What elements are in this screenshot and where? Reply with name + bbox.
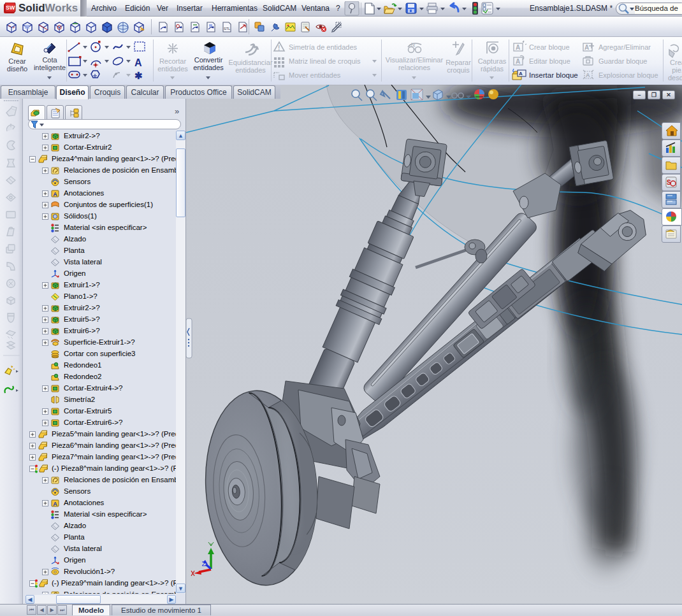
svg-text:A: A (516, 58, 520, 65)
svg-text:Crea: Crea (670, 59, 682, 66)
svg-text:inteligente: inteligente (34, 64, 66, 71)
svg-text:A: A (586, 72, 590, 78)
svg-text:Convertir: Convertir (194, 56, 223, 64)
svg-text:Mover entidades: Mover entidades (289, 71, 341, 79)
svg-text:!: ! (278, 45, 280, 52)
svg-text:Explosionar bloque: Explosionar bloque (599, 71, 658, 79)
svg-text:SW: SW (6, 4, 15, 11)
svg-text:✱: ✱ (134, 70, 143, 81)
svg-text:Crear: Crear (8, 57, 26, 65)
svg-text:A: A (519, 71, 523, 76)
svg-text:Cota: Cota (42, 56, 57, 64)
svg-text:entidades: entidades (235, 66, 266, 74)
svg-text:STL: STL (224, 27, 230, 31)
svg-text:entidades: entidades (193, 64, 224, 71)
svg-text:Recortar: Recortar (159, 57, 187, 65)
svg-text:Matriz lineal de croquis: Matriz lineal de croquis (289, 57, 361, 65)
svg-text:croquis: croquis (447, 66, 470, 74)
svg-text:entidades: entidades (157, 65, 188, 73)
svg-text:A: A (584, 44, 589, 51)
svg-text:pie.: pie. (672, 66, 682, 74)
svg-text:rápidas: rápidas (481, 65, 504, 73)
svg-text:A: A (516, 44, 520, 51)
svg-text:Agregar/Eliminar: Agregar/Eliminar (599, 43, 651, 51)
svg-text:A: A (134, 57, 142, 68)
svg-text:Capturas: Capturas (478, 57, 507, 65)
svg-text:desde: desde (668, 74, 682, 82)
svg-text:dx: dx (409, 42, 416, 48)
svg-text:relaciones: relaciones (398, 64, 431, 71)
svg-text:Insertar bloque: Insertar bloque (529, 71, 578, 79)
svg-text:Editar bloque: Editar bloque (529, 57, 570, 65)
svg-text:Equidistanciar: Equidistanciar (228, 59, 272, 66)
svg-text:Simetría de entidades: Simetría de entidades (289, 43, 358, 51)
svg-text:Crear bloque: Crear bloque (529, 43, 570, 51)
svg-text:Visualizar/Eliminar: Visualizar/Eliminar (386, 56, 444, 64)
svg-text:Reparar: Reparar (446, 59, 471, 66)
svg-text:Guardar bloque: Guardar bloque (599, 57, 647, 65)
svg-text:diseño: diseño (7, 65, 27, 73)
